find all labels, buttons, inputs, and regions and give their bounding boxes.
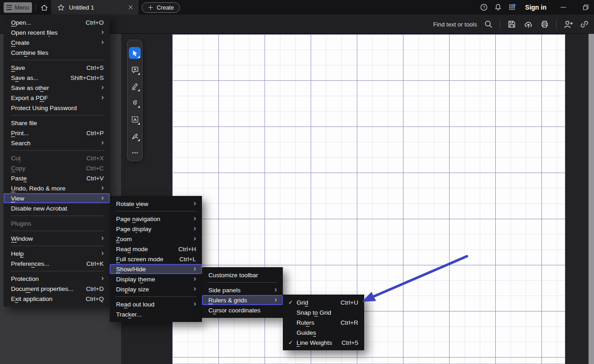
link-icon[interactable] (579, 19, 589, 29)
menu-item-label: Disable new Acrobat (11, 205, 67, 212)
fill-sign-tool[interactable] (129, 130, 141, 142)
restore-window-icon[interactable] (581, 3, 590, 12)
menu-item-print[interactable]: Print...Ctrl+P (4, 128, 110, 138)
draw-icon (131, 99, 139, 107)
save-icon[interactable] (507, 19, 517, 29)
draw-tool[interactable] (129, 97, 141, 109)
add-comment-tool[interactable] (129, 64, 141, 76)
menu-button[interactable]: Menu (4, 2, 32, 13)
menu-item-zoom[interactable]: Zoom› (110, 234, 202, 244)
minimize-window-icon[interactable] (559, 3, 568, 12)
menu-item-label: Combine files (11, 49, 48, 56)
menu-item-rotate-view[interactable]: Rotate view› (110, 199, 202, 209)
help-icon[interactable]: ? (479, 3, 488, 12)
menu-item-rulers[interactable]: RulersCtrl+R (283, 317, 364, 327)
menu-item-label: Rulers (297, 319, 314, 326)
menu-item-display-size[interactable]: Display size› (110, 284, 202, 294)
menu-item-exit-application[interactable]: Exit applicationCtrl+Q (4, 294, 110, 304)
menu-item-side-panels[interactable]: Side panels› (202, 285, 283, 295)
menu-item-share-file[interactable]: Share file (4, 118, 110, 128)
menu-item-label: Guides (297, 329, 316, 336)
select-text-tool[interactable]: A (129, 114, 141, 126)
menu-separator (11, 271, 104, 271)
menu-item-protect-using-password[interactable]: Protect Using Password (4, 103, 110, 113)
menu-item-rulers-grids[interactable]: Rulers & grids› (202, 295, 283, 305)
menu-item-read-out-loud[interactable]: Read out loud› (110, 299, 202, 309)
menu-item-undo-redo-more[interactable]: Undo, Redo & more› (4, 183, 110, 193)
menu-item-combine-files[interactable]: Combine files (4, 47, 110, 58)
menu-item-paste[interactable]: PasteCtrl+V (4, 173, 110, 183)
menu-item-customize-toolbar[interactable]: Customize toolbar (202, 270, 283, 280)
search-icon[interactable] (483, 19, 493, 29)
menu-item-label: Display size (116, 286, 149, 293)
menu-item-read-mode[interactable]: Read modeCtrl+H (110, 244, 202, 254)
find-text-button[interactable]: Find text or tools (433, 21, 477, 28)
menu-item-cursor-coordinates[interactable]: Cursor coordinates (202, 305, 283, 315)
menu-item-search[interactable]: Search› (4, 138, 110, 148)
create-button[interactable]: Create (142, 2, 180, 13)
vertical-scrollbar[interactable] (589, 34, 594, 364)
home-button[interactable] (39, 2, 50, 13)
menu-item-grid[interactable]: ✓GridCtrl+U (283, 297, 364, 307)
menu-item-document-properties[interactable]: Document properties...Ctrl+D (4, 284, 110, 294)
menu-item-label: Grid (297, 299, 308, 306)
menu-item-preferences[interactable]: Preferences...Ctrl+K (4, 258, 110, 269)
apps-grid-icon[interactable] (508, 3, 517, 12)
fill-sign-icon (131, 132, 139, 141)
menu-item-guides[interactable]: Guides (283, 327, 364, 338)
menu-item-label: Paste (11, 175, 27, 182)
add-user-icon[interactable] (563, 19, 573, 29)
menu-item-disable-new-acrobat[interactable]: Disable new Acrobat (4, 203, 110, 213)
menu-item-show-hide[interactable]: Show/Hide› (110, 264, 202, 274)
menu-item-save-as[interactable]: Save as...Shift+Ctrl+S (4, 73, 110, 83)
menu-item-page-display[interactable]: Page display› (110, 224, 202, 234)
sign-in-button[interactable]: Sign in (525, 4, 546, 11)
select-tool[interactable] (129, 47, 141, 59)
menu-separator (11, 246, 104, 246)
menu-item-snap-to-grid[interactable]: Snap to Grid (283, 307, 364, 317)
menu-item-label: Protection (11, 275, 39, 282)
more-tools-icon (131, 148, 139, 157)
menu-item-label: Tracker... (116, 311, 142, 318)
menu-item-tracker[interactable]: Tracker... (110, 309, 202, 319)
quick-tools-right: Find text or tools (433, 15, 594, 34)
menu-item-save-as-other[interactable]: Save as other› (4, 83, 110, 93)
menu-item-label: Window (11, 235, 33, 242)
menu-item-label: Save as other (11, 84, 49, 91)
submenu-chevron-icon: › (101, 139, 104, 146)
submenu-chevron-icon: › (101, 194, 104, 201)
menu-shortcut: Ctrl+X (86, 155, 104, 162)
menu-item-label: Share file (11, 120, 37, 127)
menu-shortcut: Ctrl+U (340, 299, 358, 306)
menu-item-export-a-pdf[interactable]: Export a PDF› (4, 93, 110, 103)
menu-item-full-screen-mode[interactable]: Full screen modeCtrl+L (110, 254, 202, 264)
menu-item-page-navigation[interactable]: Page navigation› (110, 214, 202, 224)
submenu-chevron-icon: › (101, 38, 104, 46)
file-menu: Open...Ctrl+OOpen recent files›Create›Co… (4, 15, 110, 306)
menu-item-line-weights[interactable]: ✓Line WeightsCtrl+5 (283, 338, 364, 348)
menu-item-window[interactable]: Window› (4, 233, 110, 243)
menu-item-protection[interactable]: Protection› (4, 274, 110, 284)
checkmark-icon: ✓ (288, 339, 297, 346)
menu-item-open-recent-files[interactable]: Open recent files› (4, 27, 110, 37)
star-icon[interactable] (57, 4, 65, 11)
menu-item-view[interactable]: View› (4, 193, 110, 203)
menu-item-label: Create (11, 39, 30, 46)
menu-item-save[interactable]: SaveCtrl+S (4, 63, 110, 73)
menu-item-help[interactable]: Help› (4, 248, 110, 258)
more-tools-tool[interactable] (129, 147, 141, 158)
document-tab[interactable]: Untitled 1 (51, 0, 138, 15)
menu-separator (11, 115, 104, 116)
notifications-icon[interactable] (493, 3, 503, 12)
print-icon[interactable] (540, 19, 550, 29)
menu-item-create[interactable]: Create› (4, 37, 110, 47)
cloud-upload-icon[interactable] (523, 19, 533, 29)
submenu-chevron-icon: › (101, 274, 104, 282)
menu-button-label: Menu (15, 5, 29, 11)
highlight-tool[interactable] (129, 80, 141, 92)
menu-item-open[interactable]: Open...Ctrl+O (4, 17, 110, 27)
close-tab-icon[interactable] (127, 4, 134, 11)
menu-item-label: Full screen mode (116, 256, 164, 263)
submenu-chevron-icon: › (101, 94, 104, 101)
menu-item-display-theme[interactable]: Display theme› (110, 274, 202, 284)
